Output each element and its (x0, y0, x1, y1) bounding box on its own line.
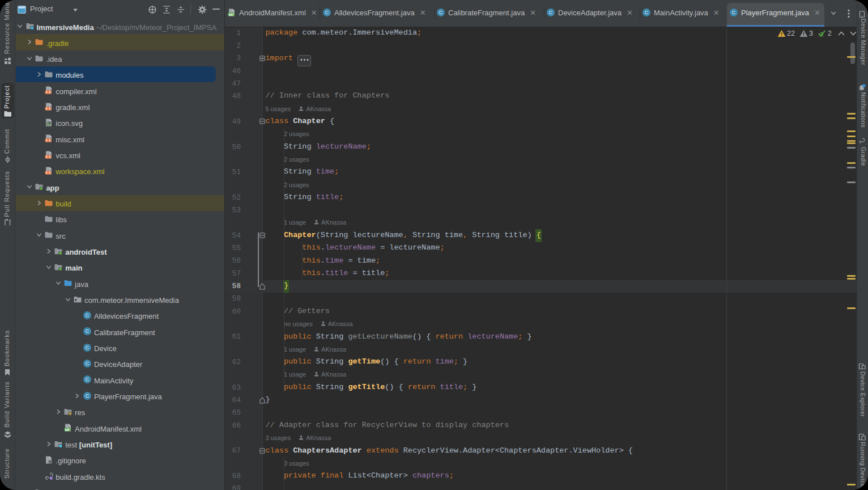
svg-text:C: C (549, 10, 553, 15)
svg-text:C: C (86, 393, 90, 399)
svg-text:MF: MF (229, 13, 234, 16)
svg-text:C: C (86, 361, 90, 366)
svg-text:C: C (86, 312, 90, 318)
svg-text:C: C (645, 10, 649, 15)
svg-text:C: C (325, 10, 329, 15)
svg-text:C: C (439, 10, 443, 15)
svg-text:C: C (732, 10, 736, 15)
svg-text:C: C (86, 345, 90, 350)
svg-text:C: C (86, 329, 90, 335)
svg-text:C: C (86, 377, 90, 383)
svg-text:MF: MF (65, 428, 70, 432)
